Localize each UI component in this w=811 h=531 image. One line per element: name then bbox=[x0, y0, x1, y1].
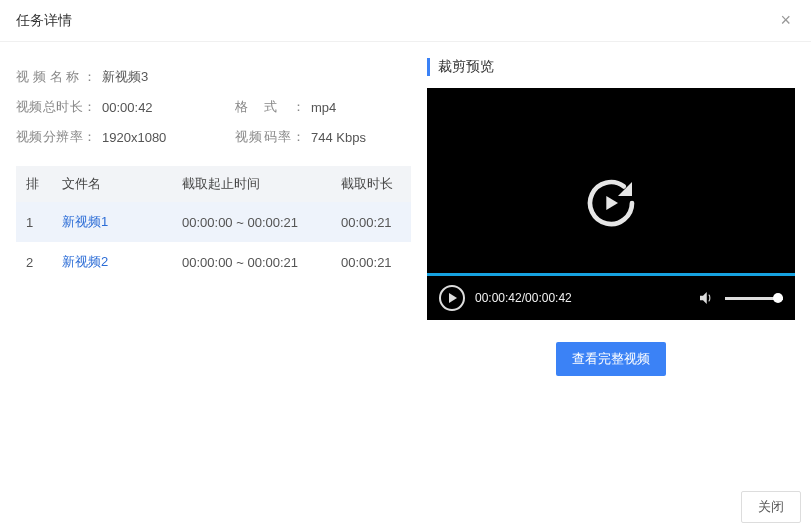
replay-icon[interactable] bbox=[583, 175, 639, 234]
modal-body: 视频名称： 新视频3 视频总时长： 00:00:42 格式： mp4 bbox=[0, 42, 811, 472]
meta-name-value: 新视频3 bbox=[102, 68, 148, 86]
modal-footer: 关闭 bbox=[741, 491, 801, 523]
time-display: 00:00:42/00:00:42 bbox=[475, 291, 572, 305]
table-row[interactable]: 2 新视频2 00:00:00 ~ 00:00:21 00:00:21 bbox=[16, 242, 411, 282]
table-row[interactable]: 1 新视频1 00:00:00 ~ 00:00:21 00:00:21 bbox=[16, 202, 411, 242]
meta-name-label: 视频名称： bbox=[16, 68, 96, 86]
table-header-row: 排 文件名 截取起止时间 截取时长 bbox=[16, 166, 411, 202]
modal-header: 任务详情 × bbox=[0, 0, 811, 42]
play-icon bbox=[449, 293, 457, 303]
meta-format-value: mp4 bbox=[311, 100, 336, 115]
cell-range: 00:00:00 ~ 00:00:21 bbox=[172, 202, 331, 242]
video-player[interactable]: 00:00:42/00:00:42 bbox=[427, 88, 795, 320]
video-meta: 视频名称： 新视频3 视频总时长： 00:00:42 格式： mp4 bbox=[16, 58, 411, 166]
clip-link[interactable]: 新视频2 bbox=[62, 254, 108, 269]
video-controls: 00:00:42/00:00:42 bbox=[427, 276, 795, 320]
cell-length: 00:00:21 bbox=[331, 202, 411, 242]
meta-bitrate-label: 视频码率： bbox=[235, 128, 305, 146]
volume-thumb[interactable] bbox=[773, 293, 783, 303]
modal-title: 任务详情 bbox=[16, 12, 72, 30]
close-button[interactable]: 关闭 bbox=[741, 491, 801, 523]
th-index: 排 bbox=[16, 166, 52, 202]
th-length: 截取时长 bbox=[331, 166, 411, 202]
cell-range: 00:00:00 ~ 00:00:21 bbox=[172, 242, 331, 282]
right-panel: 裁剪预览 00:00:42/00:00:42 bbox=[427, 58, 795, 456]
cell-index: 2 bbox=[16, 242, 52, 282]
play-button[interactable] bbox=[439, 285, 465, 311]
task-detail-modal: 任务详情 × 视频名称： 新视频3 视频总时长： 00:00:42 bbox=[0, 0, 811, 472]
view-full-video-button[interactable]: 查看完整视频 bbox=[556, 342, 666, 376]
clip-table: 排 文件名 截取起止时间 截取时长 1 新视频1 00:00:00 ~ 00:0… bbox=[16, 166, 411, 282]
close-icon[interactable]: × bbox=[776, 10, 795, 31]
meta-format-label: 格式： bbox=[235, 98, 305, 116]
preview-title: 裁剪预览 bbox=[427, 58, 795, 76]
th-filename: 文件名 bbox=[52, 166, 172, 202]
meta-duration-label: 视频总时长： bbox=[16, 98, 96, 116]
svg-marker-1 bbox=[606, 196, 618, 210]
volume-slider[interactable] bbox=[725, 297, 783, 300]
left-panel: 视频名称： 新视频3 视频总时长： 00:00:42 格式： mp4 bbox=[16, 58, 411, 456]
cell-length: 00:00:21 bbox=[331, 242, 411, 282]
th-range: 截取起止时间 bbox=[172, 166, 331, 202]
meta-resolution-label: 视频分辨率： bbox=[16, 128, 96, 146]
cell-index: 1 bbox=[16, 202, 52, 242]
meta-bitrate-value: 744 Kbps bbox=[311, 130, 366, 145]
meta-duration-value: 00:00:42 bbox=[102, 100, 153, 115]
meta-resolution-value: 1920x1080 bbox=[102, 130, 166, 145]
clip-link[interactable]: 新视频1 bbox=[62, 214, 108, 229]
volume-icon[interactable] bbox=[697, 289, 715, 307]
